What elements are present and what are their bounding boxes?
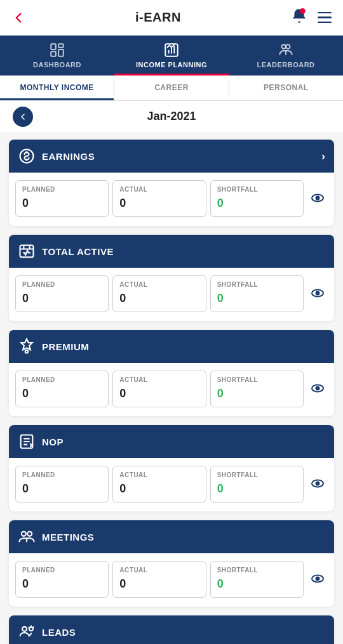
- earnings-metrics: PLANNED 0 ACTUAL 0 SHORTFALL 0: [9, 173, 334, 226]
- section-meetings: MEETINGS PLANNED 0 ACTUAL 0 SHORTFALL 0: [9, 520, 334, 607]
- premium-planned-box: PLANNED 0: [15, 371, 109, 407]
- content-area: EARNINGS › PLANNED 0 ACTUAL 0 SHORTFALL …: [0, 132, 343, 644]
- subnav-personal[interactable]: PERSONAL: [229, 76, 343, 100]
- svg-line-37: [32, 627, 34, 628]
- svg-point-9: [282, 44, 286, 49]
- nop-icon: [18, 433, 36, 450]
- earnings-actual-value: 0: [119, 197, 199, 210]
- nop-actual-box: ACTUAL 0: [112, 466, 206, 503]
- premium-shortfall-box: SHORTFALL 0: [210, 371, 304, 407]
- section-leads-title: LEADS: [42, 627, 76, 638]
- earnings-planned-box: PLANNED 0: [15, 180, 109, 217]
- section-total-active-header-left: TOTAL ACTIVE: [18, 242, 114, 260]
- svg-point-13: [316, 196, 319, 199]
- nav-income-planning[interactable]: INCOME PLANNING: [114, 36, 229, 76]
- svg-point-19: [316, 291, 319, 294]
- subnav-monthly-income[interactable]: MONTHLY INCOME: [0, 76, 114, 100]
- total-active-shortfall-value: 0: [217, 292, 297, 305]
- section-premium-header-left: PREMIUM: [18, 338, 89, 355]
- section-meetings-header: MEETINGS: [9, 520, 334, 553]
- nav-income-planning-label: INCOME PLANNING: [136, 61, 207, 69]
- svg-rect-1: [51, 44, 56, 49]
- notification-bell-icon[interactable]: [291, 8, 307, 28]
- top-bar-right: [291, 8, 332, 28]
- total-active-actual-box: ACTUAL 0: [112, 275, 206, 312]
- section-total-active-header: TOTAL ACTIVE: [9, 235, 334, 268]
- subnav-career[interactable]: CAREER: [114, 76, 228, 100]
- section-nop-title: NOP: [42, 437, 64, 447]
- svg-rect-3: [58, 49, 64, 56]
- meetings-shortfall-value: 0: [217, 577, 297, 591]
- premium-eye-button[interactable]: [307, 378, 328, 400]
- section-nop-header-left: NOP: [18, 433, 64, 450]
- nop-actual-value: 0: [119, 482, 199, 496]
- meetings-eye-button[interactable]: [307, 568, 328, 591]
- nop-shortfall-box: SHORTFALL 0: [210, 466, 304, 503]
- section-earnings-header[interactable]: EARNINGS ›: [9, 140, 334, 173]
- nav-dashboard[interactable]: DASHBOARD: [0, 36, 114, 76]
- meetings-planned-value: 0: [22, 577, 102, 591]
- total-active-planned-box: PLANNED 0: [15, 275, 109, 312]
- nop-shortfall-value: 0: [217, 482, 297, 496]
- top-bar: i-EARN: [0, 0, 343, 36]
- meetings-metrics: PLANNED 0 ACTUAL 0 SHORTFALL 0: [9, 553, 334, 607]
- section-nop-header: NOP: [9, 425, 334, 458]
- svg-point-34: [22, 627, 27, 631]
- section-premium: PREMIUM PLANNED 0 ACTUAL 0 SHORTFALL 0: [9, 330, 334, 416]
- earnings-shortfall-label: SHORTFALL: [217, 186, 297, 193]
- total-active-icon: [18, 242, 36, 260]
- svg-point-33: [316, 577, 319, 580]
- svg-point-35: [29, 627, 33, 631]
- premium-actual-box: ACTUAL 0: [112, 371, 206, 407]
- nav-leaderboard-label: LEADERBOARD: [257, 61, 314, 69]
- earnings-planned-label: PLANNED: [22, 186, 102, 193]
- svg-point-10: [286, 44, 290, 49]
- section-earnings: EARNINGS › PLANNED 0 ACTUAL 0 SHORTFALL …: [9, 140, 334, 226]
- section-leads-header-left: LEADS: [18, 623, 76, 641]
- menu-icon[interactable]: [318, 12, 332, 23]
- section-nop: NOP PLANNED 0 ACTUAL 0 SHORTFALL 0: [9, 425, 334, 511]
- svg-rect-2: [58, 44, 64, 47]
- section-premium-header: PREMIUM: [9, 330, 334, 363]
- sub-nav: MONTHLY INCOME CAREER PERSONAL: [0, 76, 343, 101]
- section-leads: LEADS PLANNED 0 ACTUAL 0 SHORTFALL 0: [9, 615, 334, 644]
- meetings-shortfall-box: SHORTFALL 0: [210, 561, 304, 598]
- section-meetings-header-left: MEETINGS: [18, 528, 94, 546]
- date-navigator: Jan-2021: [0, 101, 343, 132]
- section-meetings-title: MEETINGS: [42, 532, 94, 542]
- svg-point-0: [300, 8, 306, 14]
- section-earnings-title: EARNINGS: [42, 151, 95, 162]
- section-total-active-title: TOTAL ACTIVE: [42, 246, 114, 257]
- premium-metrics: PLANNED 0 ACTUAL 0 SHORTFALL 0: [9, 363, 334, 416]
- back-button[interactable]: [11, 11, 25, 25]
- section-leads-header: LEADS: [9, 615, 334, 644]
- svg-line-38: [29, 627, 30, 628]
- svg-point-30: [27, 532, 32, 536]
- earnings-eye-button[interactable]: [307, 188, 328, 210]
- section-premium-title: PREMIUM: [42, 341, 89, 352]
- meetings-actual-value: 0: [119, 577, 199, 591]
- app-title: i-EARN: [135, 10, 181, 25]
- nop-metrics: PLANNED 0 ACTUAL 0 SHORTFALL 0: [9, 458, 334, 511]
- earnings-icon: [18, 147, 36, 165]
- total-active-planned-value: 0: [22, 292, 102, 305]
- meetings-planned-box: PLANNED 0: [15, 561, 109, 598]
- nop-planned-box: PLANNED 0: [15, 466, 109, 503]
- premium-icon: [18, 338, 36, 355]
- earnings-actual-box: ACTUAL 0: [112, 180, 206, 217]
- earnings-arrow-icon: ›: [321, 150, 325, 163]
- leads-icon: [18, 623, 36, 641]
- nav-dashboard-label: DASHBOARD: [33, 61, 81, 69]
- svg-rect-4: [51, 51, 56, 56]
- svg-point-28: [316, 482, 319, 485]
- main-nav: DASHBOARD INCOME PLANNING LEADERBOARD: [0, 36, 343, 76]
- nav-leaderboard[interactable]: LEADERBOARD: [229, 36, 343, 76]
- svg-point-22: [316, 386, 319, 390]
- total-active-eye-button[interactable]: [307, 283, 328, 305]
- nop-eye-button[interactable]: [307, 473, 328, 496]
- prev-month-button[interactable]: [13, 107, 33, 127]
- svg-point-29: [22, 532, 26, 536]
- meetings-icon: [18, 528, 36, 546]
- premium-planned-value: 0: [22, 387, 102, 400]
- premium-actual-value: 0: [119, 387, 199, 400]
